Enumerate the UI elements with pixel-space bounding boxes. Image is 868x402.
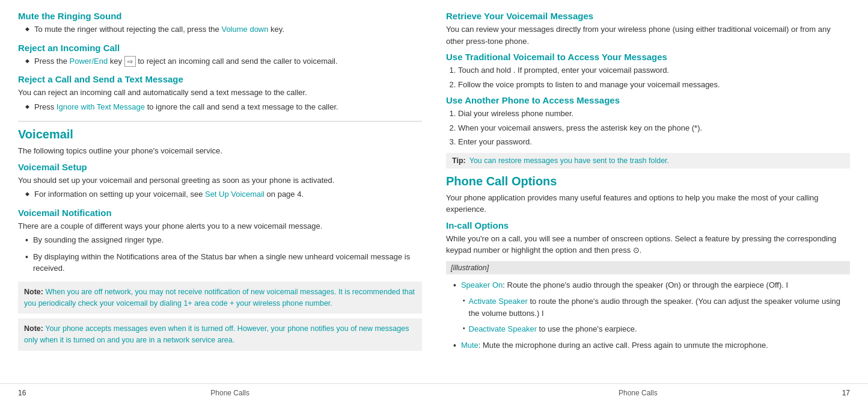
sub-bullet-dot-icon: • (463, 297, 465, 304)
sub-bullet-dot-icon: • (463, 325, 465, 332)
phone-call-options-body: Your phone application provides many use… (446, 192, 850, 215)
bullet-dot-icon: • (25, 251, 28, 264)
retrieve-voicemail-heading: Retrieve Your Voicemail Messages (446, 11, 850, 21)
reject-incoming-heading: Reject an Incoming Call (18, 43, 422, 53)
note-text-2: Your phone accepts messages even when it… (24, 324, 409, 344)
reject-text-body: You can reject an incoming call and auto… (18, 87, 422, 99)
left-column: Mute the Ringing Sound ◆ To mute the rin… (18, 11, 422, 377)
footer: 16 Phone Calls Phone Calls 17 (0, 383, 868, 402)
note-label-1: Note: (24, 288, 43, 296)
reject-text-bullet: ◆ Press Ignore with Text Message to igno… (25, 101, 422, 116)
tip-label: Tip: (452, 156, 466, 165)
another-phone-heading: Use Another Phone to Access Messages (446, 95, 850, 105)
bullet-diamond-icon: ◆ (25, 104, 29, 110)
speaker-on-link: Speaker On (461, 280, 503, 289)
notif-bullet-2: • By displaying within the Notifications… (25, 251, 422, 277)
activate-speaker-bullet: • Activate Speaker to route the phone's … (463, 295, 850, 321)
phone-call-options-heading: Phone Call Options (446, 175, 850, 188)
left-page-num: 16 (18, 389, 26, 397)
set-up-voicemail-link: Set Up Voicemail (205, 190, 264, 199)
traditional-voicemail-list: Touch and hold . If prompted, enter your… (458, 64, 850, 90)
bullet-diamond-icon: ◆ (25, 58, 29, 64)
right-footer-label: Phone Calls (434, 389, 842, 397)
voicemail-heading: Voicemail (18, 128, 422, 141)
list-item: When your voicemail answers, press the a… (458, 122, 850, 134)
voicemail-setup-heading: Voicemail Setup (18, 162, 422, 172)
bullet-dot-icon: • (25, 234, 28, 247)
reject-text-heading: Reject a Call and Send a Text Message (18, 74, 422, 84)
deactivate-speaker-bullet: • Deactivate Speaker to use the phone's … (463, 323, 850, 338)
bullet-diamond-icon: ◆ (25, 191, 29, 197)
mute-bullet-right: • Mute: Mute the microphone during an ac… (453, 339, 850, 354)
deactivate-speaker-link: Deactivate Speaker (469, 324, 537, 333)
voicemail-notif-body: There are a couple of different ways you… (18, 220, 422, 232)
note-box-2: Note: Your phone accepts messages even w… (18, 318, 422, 351)
list-item: Dial your wireless phone number. (458, 108, 850, 120)
volume-down-link: Volume down (221, 25, 268, 34)
list-item: Follow the voice prompts to listen to an… (458, 79, 850, 91)
traditional-voicemail-heading: Use Traditional Voicemail to Access Your… (446, 52, 850, 62)
note-box-1: Note: When you are off network, you may … (18, 282, 422, 314)
ignore-text-message-link: Ignore with Text Message (57, 102, 145, 111)
bullet-diamond-icon: ◆ (25, 26, 29, 32)
list-item: Touch and hold . If prompted, enter your… (458, 64, 850, 76)
voicemail-notif-heading: Voicemail Notification (18, 208, 422, 218)
list-item: Enter your password. (458, 136, 850, 148)
note-label-2: Note: (24, 324, 43, 333)
voicemail-body: The following topics outline your phone'… (18, 145, 422, 157)
activate-speaker-link: Activate Speaker (469, 297, 528, 306)
notif-bullet-1: • By sounding the assigned ringer type. (25, 234, 422, 249)
right-page-num: 17 (842, 389, 850, 397)
note-text-1: When you are off network, you may not re… (24, 288, 415, 308)
tip-box-1: Tip: You can restore messages you have s… (446, 153, 850, 169)
left-footer-label: Phone Calls (26, 389, 434, 397)
tip-text: You can restore messages you have sent t… (469, 156, 669, 165)
bullet-dot-icon: • (453, 339, 456, 352)
bullet-dot-icon: • (453, 279, 456, 292)
in-call-options-body: While you're on a call, you will see a n… (446, 233, 850, 256)
illustration-box: [illustration] (446, 261, 850, 274)
mute-heading: Mute the Ringing Sound (18, 11, 422, 21)
voicemail-setup-bullet: ◆ For information on setting up your voi… (25, 188, 422, 203)
in-call-options-heading: In-call Options (446, 220, 850, 230)
voicemail-setup-body: You should set up your voicemail and per… (18, 175, 422, 187)
retrieve-voicemail-body: You can review your messages directly fr… (446, 23, 850, 47)
reject-incoming-bullet: ◆ Press the Power/End key ⇨ to reject an… (25, 55, 422, 70)
another-phone-list: Dial your wireless phone number. When yo… (458, 108, 850, 148)
speaker-on-bullet: • Speaker On: Route the phone's audio th… (453, 279, 850, 294)
end-key-icon: ⇨ (124, 56, 136, 67)
right-column: Retrieve Your Voicemail Messages You can… (446, 11, 850, 377)
mute-bullet: ◆ To mute the ringer without rejecting t… (25, 23, 422, 38)
divider-1 (18, 121, 422, 122)
power-end-link: Power/End (70, 57, 108, 66)
mute-link: Mute (461, 341, 478, 350)
